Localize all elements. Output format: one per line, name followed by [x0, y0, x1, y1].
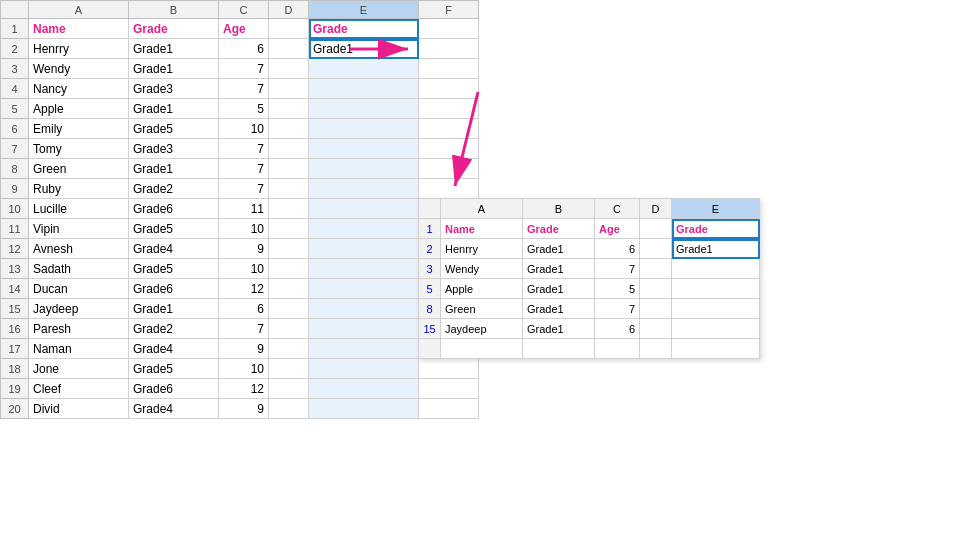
cell-D12[interactable] — [269, 239, 309, 259]
cell-C8[interactable]: 7 — [219, 159, 269, 179]
cell-D10[interactable] — [269, 199, 309, 219]
cell-A19[interactable]: Cleef — [29, 379, 129, 399]
cell-B6[interactable]: Grade5 — [129, 119, 219, 139]
cell-F2[interactable] — [419, 39, 479, 59]
cell-F7[interactable] — [419, 139, 479, 159]
mini-cell-A1[interactable]: Name — [441, 219, 523, 239]
cell-A12[interactable]: Avnesh — [29, 239, 129, 259]
mini-cell-D5[interactable] — [640, 279, 672, 299]
mini-cell-A15[interactable]: Jaydeep — [441, 319, 523, 339]
cell-D15[interactable] — [269, 299, 309, 319]
cell-B10[interactable]: Grade6 — [129, 199, 219, 219]
mini-cell-Cextra[interactable] — [595, 339, 640, 359]
cell-E19[interactable] — [309, 379, 419, 399]
cell-B4[interactable]: Grade3 — [129, 79, 219, 99]
cell-E11[interactable] — [309, 219, 419, 239]
col-header-E[interactable]: E — [309, 1, 419, 19]
cell-D13[interactable] — [269, 259, 309, 279]
cell-F8[interactable] — [419, 159, 479, 179]
cell-A8[interactable]: Green — [29, 159, 129, 179]
cell-E20[interactable] — [309, 399, 419, 419]
cell-B3[interactable]: Grade1 — [129, 59, 219, 79]
cell-E7[interactable] — [309, 139, 419, 159]
cell-F19[interactable] — [419, 379, 479, 399]
cell-B15[interactable]: Grade1 — [129, 299, 219, 319]
cell-F3[interactable] — [419, 59, 479, 79]
mini-cell-B1[interactable]: Grade — [523, 219, 595, 239]
cell-D9[interactable] — [269, 179, 309, 199]
cell-D7[interactable] — [269, 139, 309, 159]
cell-C2[interactable]: 6 — [219, 39, 269, 59]
mini-col-A[interactable]: A — [441, 199, 523, 219]
cell-E8[interactable] — [309, 159, 419, 179]
col-header-B[interactable]: B — [129, 1, 219, 19]
cell-B20[interactable]: Grade4 — [129, 399, 219, 419]
cell-D5[interactable] — [269, 99, 309, 119]
mini-cell-C5[interactable]: 5 — [595, 279, 640, 299]
cell-F4[interactable] — [419, 79, 479, 99]
cell-A14[interactable]: Ducan — [29, 279, 129, 299]
cell-E2[interactable]: Grade1 — [309, 39, 419, 59]
cell-A7[interactable]: Tomy — [29, 139, 129, 159]
cell-E10[interactable] — [309, 199, 419, 219]
mini-cell-D3[interactable] — [640, 259, 672, 279]
mini-cell-C1[interactable]: Age — [595, 219, 640, 239]
cell-A5[interactable]: Apple — [29, 99, 129, 119]
cell-D6[interactable] — [269, 119, 309, 139]
cell-C4[interactable]: 7 — [219, 79, 269, 99]
cell-F9[interactable] — [419, 179, 479, 199]
cell-A13[interactable]: Sadath — [29, 259, 129, 279]
cell-E17[interactable] — [309, 339, 419, 359]
mini-cell-A5[interactable]: Apple — [441, 279, 523, 299]
cell-E3[interactable] — [309, 59, 419, 79]
cell-A15[interactable]: Jaydeep — [29, 299, 129, 319]
cell-C18[interactable]: 10 — [219, 359, 269, 379]
cell-A2[interactable]: Henrry — [29, 39, 129, 59]
cell-D20[interactable] — [269, 399, 309, 419]
cell-B5[interactable]: Grade1 — [129, 99, 219, 119]
mini-cell-C8[interactable]: 7 — [595, 299, 640, 319]
cell-B2[interactable]: Grade1 — [129, 39, 219, 59]
mini-col-C[interactable]: C — [595, 199, 640, 219]
cell-D2[interactable] — [269, 39, 309, 59]
cell-A6[interactable]: Emily — [29, 119, 129, 139]
cell-E6[interactable] — [309, 119, 419, 139]
cell-B16[interactable]: Grade2 — [129, 319, 219, 339]
mini-col-D[interactable]: D — [640, 199, 672, 219]
cell-F6[interactable] — [419, 119, 479, 139]
cell-A20[interactable]: Divid — [29, 399, 129, 419]
mini-cell-E1[interactable]: Grade — [672, 219, 760, 239]
cell-A9[interactable]: Ruby — [29, 179, 129, 199]
cell-E5[interactable] — [309, 99, 419, 119]
cell-D17[interactable] — [269, 339, 309, 359]
mini-cell-C3[interactable]: 7 — [595, 259, 640, 279]
mini-cell-D15[interactable] — [640, 319, 672, 339]
cell-C12[interactable]: 9 — [219, 239, 269, 259]
cell-D14[interactable] — [269, 279, 309, 299]
cell-E1[interactable]: Grade — [309, 19, 419, 39]
cell-B8[interactable]: Grade1 — [129, 159, 219, 179]
cell-A10[interactable]: Lucille — [29, 199, 129, 219]
cell-B9[interactable]: Grade2 — [129, 179, 219, 199]
mini-cell-A2[interactable]: Henrry — [441, 239, 523, 259]
cell-A16[interactable]: Paresh — [29, 319, 129, 339]
cell-C14[interactable]: 12 — [219, 279, 269, 299]
cell-F5[interactable] — [419, 99, 479, 119]
cell-C10[interactable]: 11 — [219, 199, 269, 219]
mini-cell-Eextra[interactable] — [672, 339, 760, 359]
mini-cell-D1[interactable] — [640, 219, 672, 239]
cell-D11[interactable] — [269, 219, 309, 239]
mini-cell-Bextra[interactable] — [523, 339, 595, 359]
cell-F1[interactable] — [419, 19, 479, 39]
mini-cell-E5[interactable] — [672, 279, 760, 299]
cell-E14[interactable] — [309, 279, 419, 299]
cell-E9[interactable] — [309, 179, 419, 199]
cell-C13[interactable]: 10 — [219, 259, 269, 279]
cell-A18[interactable]: Jone — [29, 359, 129, 379]
cell-D18[interactable] — [269, 359, 309, 379]
cell-C19[interactable]: 12 — [219, 379, 269, 399]
cell-E16[interactable] — [309, 319, 419, 339]
cell-C16[interactable]: 7 — [219, 319, 269, 339]
cell-F18[interactable] — [419, 359, 479, 379]
cell-B13[interactable]: Grade5 — [129, 259, 219, 279]
